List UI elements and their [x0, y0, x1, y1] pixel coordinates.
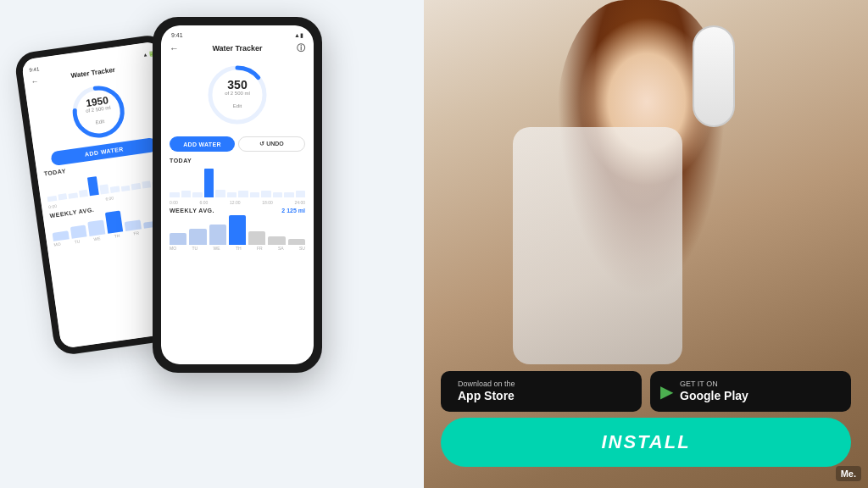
front-icons: ▲▮ — [294, 32, 303, 39]
front-app-title: Water Tracker — [212, 44, 262, 53]
google-play-btn[interactable]: ▶ GET IT ON Google Play — [650, 371, 851, 412]
front-weekly-header: WEEKLY AVG. 2 125 ml — [170, 208, 305, 214]
left-panel: 9:41 ▲🔋 ← Water Tracker 1950 of 2 500 ml — [0, 0, 424, 488]
front-chart-labels: 0:00 6:00 12:00 18:00 24:00 — [170, 200, 305, 205]
apple-store-text: Download on the App Store — [458, 380, 515, 403]
front-add-water-btn[interactable]: ADD WATER — [170, 136, 235, 152]
apple-store-btn[interactable]: Download on the App Store — [441, 371, 642, 412]
front-circle-container: 350 of 2 500 ml Edit — [170, 61, 305, 129]
back-arrow: ← — [31, 76, 39, 86]
store-buttons-area: Download on the App Store ▶ GET IT ON Go… — [441, 371, 851, 412]
front-info-icon[interactable]: ⓘ — [297, 42, 305, 54]
front-day-labels: MO TU WE TH FR SA SU — [170, 246, 305, 251]
bottle-shape — [693, 25, 735, 127]
front-circle-value: 350 — [225, 79, 250, 91]
back-edit: Edit — [95, 119, 104, 125]
woman-background — [424, 0, 868, 488]
towel-shape — [513, 127, 682, 364]
back-time-0: 0:00 — [48, 203, 57, 209]
front-edit[interactable]: Edit — [233, 103, 242, 108]
front-time: 9:41 — [171, 32, 183, 39]
right-panel: Download on the App Store ▶ GET IT ON Go… — [424, 0, 868, 488]
install-btn-wrapper: INSTALL — [441, 418, 851, 467]
front-back-arrow[interactable]: ← — [170, 43, 179, 53]
back-time: 9:41 — [29, 66, 40, 74]
front-weekly-chart — [170, 215, 305, 245]
google-play-small: GET IT ON — [680, 380, 748, 389]
install-button[interactable]: INSTALL — [441, 418, 851, 467]
front-circle-subtitle: of 2 500 ml — [225, 91, 250, 96]
back-title: Water Tracker — [70, 66, 115, 80]
google-play-text: GET IT ON Google Play — [680, 380, 748, 403]
phone-front-mockup: 9:41 ▲▮ ← Water Tracker ⓘ — [153, 17, 322, 373]
front-weekly-label: WEEKLY AVG. — [170, 208, 214, 214]
front-undo-btn[interactable]: ↺ UNDO — [238, 136, 305, 152]
google-play-big: Google Play — [680, 389, 748, 403]
front-status-bar: 9:41 ▲▮ — [170, 32, 305, 39]
front-app-header: ← Water Tracker ⓘ — [170, 41, 305, 56]
back-time-6: 6:00 — [105, 196, 114, 202]
apple-store-big: App Store — [458, 389, 515, 403]
front-weekly-value: 2 125 ml — [281, 208, 305, 214]
front-today-label: TODAY — [170, 158, 305, 164]
front-today-chart — [170, 165, 305, 199]
apple-store-small: Download on the — [458, 380, 515, 389]
google-play-icon: ▶ — [660, 381, 673, 402]
me-logo: Me. — [836, 466, 861, 481]
front-btn-row: ADD WATER ↺ UNDO — [170, 136, 305, 152]
